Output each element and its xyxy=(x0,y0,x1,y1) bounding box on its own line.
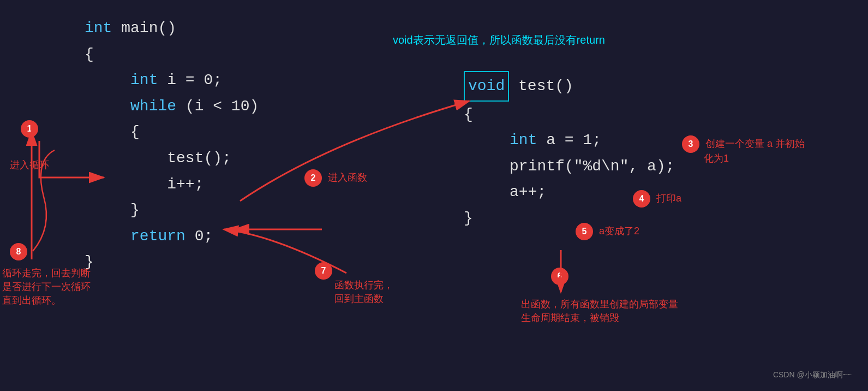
code-line-4: while (i < 10) xyxy=(85,93,259,120)
keyword-return: return xyxy=(130,228,185,245)
annotation-5: 5 a变成了2 xyxy=(576,223,639,240)
badge-2: 2 xyxy=(304,169,322,187)
label-1-text: 进入循环 xyxy=(10,159,49,170)
main-container: int main() { int i = 0; while (i < 10) {… xyxy=(0,0,868,391)
label-2-text: 进入函数 xyxy=(328,172,367,183)
label-6: 出函数，所有函数里创建的局部变量 生命周期结束，被销毁 xyxy=(521,298,678,325)
label-1: 进入循环 xyxy=(10,158,49,172)
annotation-7: 7 xyxy=(315,262,336,280)
code-indent7 xyxy=(85,228,121,245)
label-8-2-text: 是否进行下一次循环 xyxy=(2,280,111,294)
label-6-2-text: 生命周期结束，被销毁 xyxy=(521,311,678,325)
keyword-while: while xyxy=(130,98,176,115)
code-line-7: i++; xyxy=(85,171,259,198)
label-5-text: a变成了2 xyxy=(599,226,639,236)
code-test-call: test(); xyxy=(167,150,231,167)
label-6-1-text: 出函数，所有函数里创建的局部变量 xyxy=(521,298,678,311)
label-4-text: 打印a xyxy=(656,193,681,204)
void-keyword-box: void xyxy=(464,71,509,102)
annotation-3: 3 创建一个变量 a 并初始 xyxy=(682,135,805,153)
code-indent5 xyxy=(85,176,158,193)
test-line-4: printf("%d\n", a); xyxy=(464,153,674,180)
code-return-val: 0; xyxy=(195,228,213,245)
code-indent4 xyxy=(85,150,158,167)
code-indent3 xyxy=(85,123,121,140)
code-brace-open: { xyxy=(85,46,94,63)
test-line-1: void test() xyxy=(464,71,674,102)
label-8-1-text: 循环走完，回去判断 xyxy=(2,266,111,280)
void-annotation-text: void表示无返回值，所以函数最后没有return xyxy=(393,34,605,46)
label-7-2-text: 回到主函数 xyxy=(334,292,393,306)
void-text: void xyxy=(468,78,505,94)
watermark: CSDN @小颖加油啊~~ xyxy=(773,370,852,380)
code-while-cond: (i < 10) xyxy=(185,98,259,115)
annotation-1: 1 xyxy=(21,120,38,138)
void-annotation: void表示无返回值，所以函数最后没有return xyxy=(393,33,605,48)
code-line-8: } xyxy=(85,197,259,223)
annotation-8: 8 xyxy=(10,243,27,260)
code-indent1 xyxy=(85,72,121,88)
keyword-int: int xyxy=(85,20,112,37)
label-3-text: 创建一个变量 a 并初始 xyxy=(705,138,805,149)
label-8: 循环走完，回去判断 是否进行下一次循环 直到出循环。 xyxy=(2,266,111,308)
test-brace-open: { xyxy=(464,106,473,123)
main-code: int main() { int i = 0; while (i < 10) {… xyxy=(85,15,259,275)
test-a-assign: a = 1; xyxy=(546,132,601,149)
label-3b-text: 化为1 xyxy=(704,153,729,164)
badge-7: 7 xyxy=(315,262,332,280)
badge-1: 1 xyxy=(21,120,38,138)
code-indent6 xyxy=(85,202,121,218)
code-brace-close-inner: } xyxy=(130,202,140,218)
code-i-assign: i = 0; xyxy=(167,72,222,88)
code-line-1: int main() xyxy=(85,15,259,42)
label-7-1-text: 函数执行完， xyxy=(334,279,393,292)
code-line-6: test(); xyxy=(85,145,259,171)
test-indent3 xyxy=(464,183,500,200)
test-line-3: int a = 1; xyxy=(464,127,674,153)
annotation-6: 6 xyxy=(551,268,568,285)
badge-8: 8 xyxy=(10,243,27,260)
label-7: 函数执行完， 回到主函数 xyxy=(334,279,393,306)
code-brace-inner: { xyxy=(130,123,140,140)
test-line-2: { xyxy=(464,102,674,128)
code-indent2 xyxy=(85,98,121,115)
test-brace-close: } xyxy=(464,210,473,227)
badge-3: 3 xyxy=(682,135,699,153)
keyword-int3: int xyxy=(510,132,537,149)
code-line-9: return 0; xyxy=(85,223,259,250)
annotation-2: 2 进入函数 xyxy=(304,169,367,187)
code-line-2: { xyxy=(85,42,259,68)
code-line-5: { xyxy=(85,119,259,145)
test-indent1 xyxy=(464,132,500,149)
test-indent2 xyxy=(464,158,500,175)
test-a-inc: a++; xyxy=(510,183,546,200)
label-8-3-text: 直到出循环。 xyxy=(2,294,111,307)
test-func-name: test() xyxy=(518,78,573,94)
code-i-inc: i++; xyxy=(167,176,203,193)
badge-6: 6 xyxy=(551,268,568,285)
label-3b: 化为1 xyxy=(704,152,729,165)
code-line-3: int i = 0; xyxy=(85,67,259,93)
test-line-6: } xyxy=(464,205,674,232)
badge-5: 5 xyxy=(576,223,593,240)
test-printf: printf("%d\n", a); xyxy=(510,158,674,175)
code-main-paren: main() xyxy=(121,20,176,37)
keyword-int2: int xyxy=(130,72,158,88)
badge-4: 4 xyxy=(633,190,650,208)
annotation-4: 4 打印a xyxy=(633,190,681,208)
